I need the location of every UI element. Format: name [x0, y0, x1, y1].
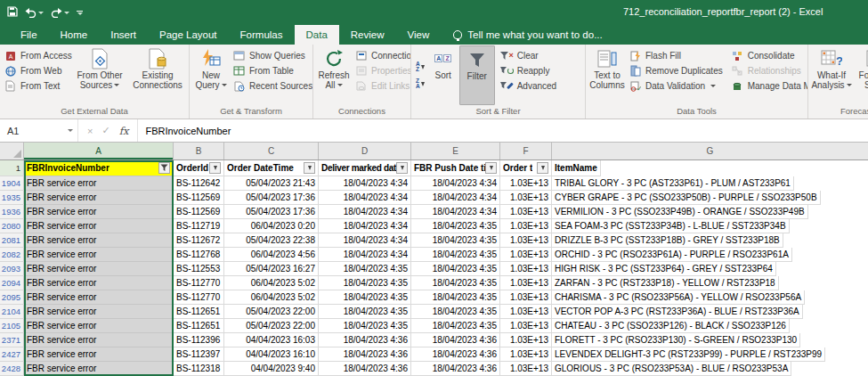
customize-qat-button[interactable] [77, 11, 83, 15]
cell-deliver-marked-datetime[interactable]: 18/04/2023 4:34 [319, 248, 411, 262]
cell-order-total[interactable]: 1.03E+13 [500, 305, 552, 319]
row-number[interactable]: 2105 [0, 319, 24, 333]
cell-order-id[interactable]: BS-112770 [174, 276, 224, 290]
cell-a1-active[interactable]: FBRInvoiceNumber [24, 160, 174, 176]
data-validation-button[interactable]: ✓Data Validation [627, 78, 725, 94]
column-header-b[interactable]: B [174, 143, 224, 159]
filter-dropdown-button[interactable] [396, 162, 408, 174]
cell-order-datetime[interactable]: 04/04/2023 9:40 [224, 362, 319, 376]
filter-dropdown-button[interactable] [485, 162, 497, 174]
row-number[interactable]: 1904 [0, 176, 24, 191]
cell-fbr-invoice-number[interactable]: FBR service error [24, 233, 174, 248]
cell-fbr-invoice-number[interactable]: FBR service error [24, 262, 174, 276]
cell-item-name[interactable]: LEVENDEX DELIGHT-3 PC (RST233P99) - PURP… [552, 347, 825, 362]
cell-order-id[interactable]: BS-112719 [174, 219, 224, 233]
insert-function-icon[interactable]: fx [119, 125, 129, 137]
name-box[interactable]: A1 [0, 119, 62, 142]
cell-fbr-invoice-number[interactable]: FBR service error [24, 333, 174, 347]
cell-fbr-push-datetime[interactable]: 18/04/2023 4:36 [411, 333, 500, 347]
cell-fbr-invoice-number[interactable]: FBR service error [24, 191, 174, 205]
cell-e1[interactable]: FBR Push Date tim [411, 160, 500, 176]
new-query-button[interactable]: New Query [191, 45, 231, 105]
cell-item-name[interactable]: CHATEAU - 3 PC (SSO233P126) - BLACK / SS… [552, 319, 790, 333]
cell-fbr-invoice-number[interactable]: FBR service error [24, 276, 174, 290]
cell-item-name[interactable]: HIGH RISK - 3 PC (SST233P64) - GREY / SS… [552, 262, 776, 276]
cell-item-name[interactable]: ORCHID - 3 PC (RSO233P61A) - PURPLE / RS… [552, 248, 792, 262]
cell-order-datetime[interactable]: 05/04/2023 17:36 [224, 205, 319, 219]
cell-deliver-marked-datetime[interactable]: 18/04/2023 4:34 [319, 191, 411, 205]
text-to-columns-button[interactable]: Text to Columns [588, 45, 627, 105]
save-icon[interactable] [7, 4, 18, 20]
cell-fbr-invoice-number[interactable]: FBR service error [24, 347, 174, 362]
forecast-sheet-button[interactable]: Forecast Sheet [853, 45, 868, 105]
cell-item-name[interactable]: VECTOR POP A-3 PC (RST233P36A) - BLUE / … [552, 305, 803, 319]
cell-order-total[interactable]: 1.03E+13 [500, 276, 552, 290]
cell-fbr-push-datetime[interactable]: 18/04/2023 4:35 [411, 276, 500, 290]
cell-order-datetime[interactable]: 05/04/2023 17:36 [224, 191, 319, 205]
cell-c1[interactable]: Order DateTime [224, 160, 319, 176]
cell-fbr-invoice-number[interactable]: FBR service error [24, 219, 174, 233]
cell-fbr-invoice-number[interactable]: FBR service error [24, 362, 174, 376]
enter-check-icon[interactable]: ✓ [101, 125, 110, 136]
cell-deliver-marked-datetime[interactable]: 18/04/2023 4:35 [319, 305, 411, 319]
cell-order-total[interactable]: 1.03E+13 [500, 319, 552, 333]
cell-order-id[interactable]: BS-112768 [174, 248, 224, 262]
select-all-corner[interactable] [0, 143, 24, 159]
cell-order-id[interactable]: BS-112651 [174, 305, 224, 319]
cell-item-name[interactable]: FLORETT - 3 PC (RSO233P130) - S-GREEN / … [552, 333, 800, 347]
undo-button[interactable] [25, 8, 44, 18]
cell-order-datetime[interactable]: 05/04/2023 22:00 [224, 319, 319, 333]
cell-fbr-push-datetime[interactable]: 18/04/2023 4:36 [411, 362, 500, 376]
cell-deliver-marked-datetime[interactable]: 18/04/2023 4:34 [319, 205, 411, 219]
relationships-button[interactable]: Relationships [729, 63, 808, 78]
row-number[interactable]: 2080 [0, 219, 24, 233]
cell-fbr-push-datetime[interactable]: 18/04/2023 4:35 [411, 290, 500, 305]
cell-order-id[interactable]: BS-112553 [174, 262, 224, 276]
tab-file[interactable]: File [9, 25, 49, 45]
cell-order-datetime[interactable]: 06/04/2023 4:56 [224, 248, 319, 262]
clear-filter-button[interactable]: ×Clear [499, 48, 558, 63]
row-number[interactable]: 1936 [0, 205, 24, 219]
cell-fbr-push-datetime[interactable]: 18/04/2023 4:35 [411, 305, 500, 319]
filter-dropdown-button[interactable] [209, 162, 221, 174]
row-number[interactable]: 2093 [0, 262, 24, 276]
sort-button[interactable]: AZ Sort [427, 45, 459, 105]
filter-dropdown-button[interactable] [537, 162, 548, 174]
column-header-e[interactable]: E [411, 143, 500, 159]
show-queries-button[interactable]: Show Queries [231, 48, 313, 63]
row-number[interactable]: 2094 [0, 276, 24, 290]
row-number[interactable]: 2082 [0, 248, 24, 262]
cell-order-id[interactable]: BS-112651 [174, 319, 224, 333]
filter-applied-button[interactable] [158, 162, 170, 174]
cell-deliver-marked-datetime[interactable]: 18/04/2023 4:34 [319, 219, 411, 233]
cell-order-datetime[interactable]: 06/04/2023 0:20 [224, 219, 319, 233]
formula-input[interactable]: FBRInvoiceNumber [138, 119, 868, 142]
cell-order-id[interactable]: BS-112396 [174, 333, 224, 347]
cell-order-datetime[interactable]: 05/04/2023 21:43 [224, 176, 319, 191]
cell-item-name[interactable]: DRIZZLE B-3 PC (SST233P18B) - GREY / SST… [552, 233, 783, 248]
tab-insert[interactable]: Insert [99, 25, 148, 45]
cell-f1[interactable]: Order t [500, 160, 552, 176]
cell-order-total[interactable]: 1.03E+13 [500, 205, 552, 219]
cell-order-id[interactable]: BS-112770 [174, 290, 224, 305]
tab-view[interactable]: View [396, 25, 442, 45]
cell-order-datetime[interactable]: 04/04/2023 16:10 [224, 347, 319, 362]
refresh-all-button[interactable]: Refresh All [315, 45, 353, 105]
cell-item-name[interactable]: CHARISMA - 3 PC (RSO233P56A) - YELLOW / … [552, 290, 805, 305]
cell-order-total[interactable]: 1.03E+13 [500, 191, 552, 205]
edit-links-button[interactable]: Edit Links [353, 78, 411, 94]
sort-ascending-button[interactable]: AZ [416, 61, 425, 72]
cell-item-name[interactable]: GLORIOUS - 3 PC (RSO233P53A) - BLUE / RS… [552, 362, 791, 376]
cell-order-total[interactable]: 1.03E+13 [500, 290, 552, 305]
row-number[interactable]: 2427 [0, 347, 24, 362]
cell-fbr-push-datetime[interactable]: 18/04/2023 4:35 [411, 233, 500, 248]
row-number[interactable]: 2428 [0, 362, 24, 376]
cell-order-id[interactable]: BS-112672 [174, 233, 224, 248]
cell-order-datetime[interactable]: 05/04/2023 22:38 [224, 233, 319, 248]
cell-order-id[interactable]: BS-112642 [174, 176, 224, 191]
cell-deliver-marked-datetime[interactable]: 18/04/2023 4:34 [319, 233, 411, 248]
row-number[interactable]: 2095 [0, 290, 24, 305]
cell-order-datetime[interactable]: 06/04/2023 5:02 [224, 290, 319, 305]
tab-data[interactable]: Data [295, 25, 339, 45]
tab-page-layout[interactable]: Page Layout [148, 25, 229, 45]
